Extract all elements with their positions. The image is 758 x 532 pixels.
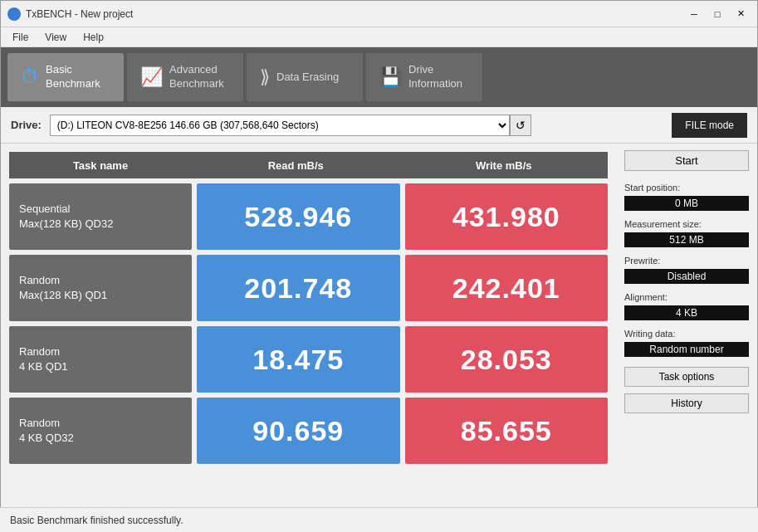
toolbar-drive-information[interactable]: 💾 DriveInformation <box>366 53 482 101</box>
maximize-button[interactable]: □ <box>707 5 727 23</box>
right-panel: Start Start position: 0 MB Measurement s… <box>616 144 757 508</box>
title-bar-left: TxBENCH - New project <box>7 7 133 21</box>
drive-information-icon: 💾 <box>379 66 402 88</box>
writing-data-value: Random number <box>624 342 749 357</box>
title-bar-controls: ─ □ ✕ <box>684 5 751 23</box>
alignment-label: Alignment: <box>624 292 749 302</box>
drive-select[interactable]: (D:) LITEON CV8-8E256 146.66 GB (307,568… <box>50 115 510 136</box>
start-button[interactable]: Start <box>624 150 749 171</box>
status-bar: Basic Benchmark finished successfully. <box>0 507 758 532</box>
file-mode-button[interactable]: FILE mode <box>672 113 747 138</box>
toolbar-advanced-benchmark[interactable]: 📈 AdvancedBenchmark <box>127 53 243 101</box>
menu-file[interactable]: File <box>4 30 37 45</box>
bench-table-header: Task name Read mB/s Write mB/s <box>9 152 608 178</box>
bench-row-0: SequentialMax(128 KB) QD32 528.946 431.9… <box>9 183 608 250</box>
header-write: Write mB/s <box>400 159 609 172</box>
advanced-benchmark-icon: 📈 <box>140 66 163 88</box>
bench-write-1: 242.401 <box>405 255 609 321</box>
toolbar-basic-benchmark[interactable]: ⏱ BasicBenchmark <box>7 53 124 101</box>
menu-bar: File View Help <box>1 27 757 47</box>
alignment-value: 4 KB <box>624 305 749 320</box>
refresh-icon: ↺ <box>516 119 526 132</box>
bench-area: Task name Read mB/s Write mB/s Sequentia… <box>1 144 616 508</box>
bench-read-1: 201.748 <box>197 255 400 321</box>
menu-view[interactable]: View <box>37 30 75 45</box>
data-erasing-icon: ⟫ <box>260 66 270 88</box>
bench-label-3: Random4 KB QD32 <box>9 398 192 464</box>
measurement-size-label: Measurement size: <box>624 219 749 229</box>
bench-read-2: 18.475 <box>197 326 400 393</box>
bench-row-2: Random4 KB QD1 18.475 28.053 <box>9 326 608 393</box>
prewrite-value: Disabled <box>624 269 749 284</box>
measurement-size-value: 512 MB <box>624 232 749 247</box>
toolbar-data-erasing[interactable]: ⟫ Data Erasing <box>247 53 363 101</box>
drive-select-container: (D:) LITEON CV8-8E256 146.66 GB (307,568… <box>50 115 531 136</box>
toolbar: ⏱ BasicBenchmark 📈 AdvancedBenchmark ⟫ D… <box>1 47 757 107</box>
drive-information-label: DriveInformation <box>408 63 462 91</box>
app-title: TxBENCH - New project <box>26 8 133 20</box>
bench-read-3: 90.659 <box>197 398 400 464</box>
bench-label-2: Random4 KB QD1 <box>9 326 192 393</box>
bench-label-0: SequentialMax(128 KB) QD32 <box>9 183 192 250</box>
header-read: Read mB/s <box>192 159 400 172</box>
start-position-value: 0 MB <box>624 196 749 211</box>
basic-benchmark-label: BasicBenchmark <box>46 63 100 91</box>
bench-label-1: RandomMax(128 KB) QD1 <box>9 255 192 321</box>
bench-read-0: 528.946 <box>197 183 400 250</box>
task-options-button[interactable]: Task options <box>624 367 749 387</box>
bench-row-3: Random4 KB QD32 90.659 85.655 <box>9 398 608 464</box>
drive-bar: Drive: (D:) LITEON CV8-8E256 146.66 GB (… <box>1 107 757 144</box>
basic-benchmark-icon: ⏱ <box>21 66 39 88</box>
start-position-label: Start position: <box>624 183 749 193</box>
status-text: Basic Benchmark finished successfully. <box>10 515 183 526</box>
close-button[interactable]: ✕ <box>731 5 751 23</box>
history-button[interactable]: History <box>624 393 749 413</box>
main-content: Task name Read mB/s Write mB/s Sequentia… <box>1 144 757 508</box>
minimize-button[interactable]: ─ <box>684 5 704 23</box>
prewrite-label: Prewrite: <box>624 256 749 266</box>
title-bar: TxBENCH - New project ─ □ ✕ <box>1 1 757 27</box>
bench-write-3: 85.655 <box>405 398 609 464</box>
drive-label: Drive: <box>11 119 42 131</box>
drive-refresh-button[interactable]: ↺ <box>510 115 531 136</box>
menu-help[interactable]: Help <box>75 30 112 45</box>
data-erasing-label: Data Erasing <box>276 71 339 85</box>
writing-data-label: Writing data: <box>624 329 749 339</box>
bench-write-2: 28.053 <box>405 326 609 393</box>
advanced-benchmark-label: AdvancedBenchmark <box>169 63 224 91</box>
app-icon <box>7 7 21 21</box>
bench-row-1: RandomMax(128 KB) QD1 201.748 242.401 <box>9 255 608 321</box>
bench-write-0: 431.980 <box>405 183 609 250</box>
header-task: Task name <box>9 159 192 172</box>
